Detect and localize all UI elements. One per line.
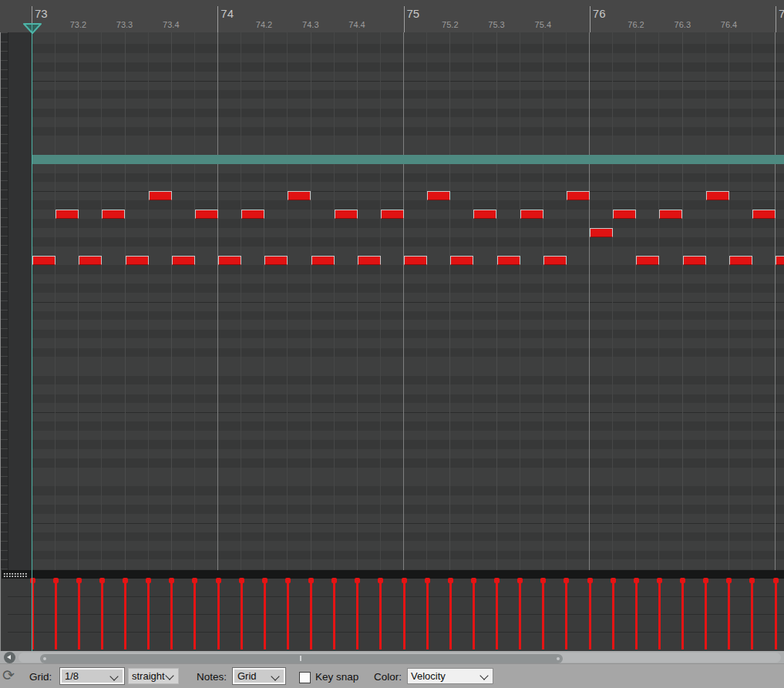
velocity-stem[interactable] [496,582,498,649]
midi-note[interactable] [195,210,218,219]
velocity-stem[interactable] [170,582,173,649]
grid-line [334,32,335,570]
midi-note[interactable] [752,210,776,219]
midi-note[interactable] [288,191,311,200]
velocity-stem[interactable] [193,582,196,649]
velocity-stem[interactable] [542,582,544,649]
midi-note[interactable] [126,256,149,265]
midi-note[interactable] [404,256,427,265]
midi-note[interactable] [79,256,102,265]
midi-note[interactable] [636,256,659,265]
midi-note[interactable] [613,210,636,219]
piano-keys-strip[interactable] [0,32,8,570]
measure-grid-line [403,32,404,570]
midi-note[interactable] [32,256,56,265]
midi-note[interactable] [520,210,543,219]
midi-note[interactable] [218,256,241,265]
grid-line [728,32,729,570]
ruler-measure-tick [776,6,776,32]
ruler-beat-label: 74.2 [256,20,272,29]
midi-note[interactable] [311,256,335,265]
velocity-stem[interactable] [217,582,220,649]
velocity-stem[interactable] [264,582,266,649]
midi-note[interactable] [543,256,567,265]
velocity-stem[interactable] [635,582,638,649]
ruler-measure-label: 76 [593,7,606,20]
color-mode-combobox[interactable]: Velocity [407,668,493,684]
velocity-stem[interactable] [473,582,475,649]
midi-note[interactable] [172,256,195,265]
midi-note[interactable] [590,228,613,237]
midi-note[interactable] [102,210,125,219]
velocity-stem[interactable] [426,582,429,649]
midi-note[interactable] [264,256,288,265]
velocity-stem[interactable] [124,582,126,649]
scrollbar-track[interactable] [19,653,781,663]
velocity-stem[interactable] [565,582,567,649]
midi-note[interactable] [149,191,172,200]
note-length-value: Grid [237,670,257,682]
horizontal-scrollbar[interactable] [0,651,784,663]
velocity-stem[interactable] [241,582,243,649]
ruler-beat-label: 74.3 [302,20,318,29]
grid-line [380,32,381,570]
velocity-stem[interactable] [55,582,57,649]
midi-editor-toolbar: ⟳ Grid: 1/8 straight Notes: Grid Key sna… [0,663,784,688]
velocity-stem[interactable] [775,582,777,649]
velocity-stem[interactable] [519,582,521,649]
midi-note[interactable] [335,210,358,219]
midi-note[interactable] [381,210,404,219]
velocity-lane[interactable] [2,579,784,651]
midi-note[interactable] [776,256,784,265]
velocity-stem[interactable] [658,582,661,649]
ruler-beat-label: 76.3 [675,20,691,29]
black-key-row [0,458,784,468]
midi-note[interactable] [729,256,752,265]
measure-grid-line [589,32,590,570]
velocity-stem[interactable] [681,582,684,649]
velocity-stem[interactable] [589,582,591,649]
midi-note[interactable] [497,256,520,265]
velocity-stem[interactable] [403,582,405,649]
midi-note[interactable] [659,210,682,219]
timeline-ruler[interactable]: 737475767773.273.373.474.274.374.475.275… [0,0,784,32]
ruler-beat-label: 76.4 [721,20,737,29]
cc-lane-resize-grip-icon[interactable] [3,572,28,577]
velocity-stem[interactable] [379,582,382,649]
highlighted-note-row [32,155,784,164]
cc-lane-divider[interactable] [2,570,784,579]
velocity-stem[interactable] [101,582,103,649]
black-key-row [0,284,784,293]
velocity-stem[interactable] [310,582,312,649]
velocity-stem[interactable] [356,582,358,649]
velocity-stem[interactable] [287,582,289,649]
black-key-row [0,394,784,404]
velocity-stem[interactable] [705,582,707,649]
velocity-stem[interactable] [751,582,753,649]
midi-note[interactable] [358,256,381,265]
ruler-beat-label: 75.2 [442,20,458,29]
ruler-beat-label: 74.4 [348,20,365,29]
midi-note[interactable] [567,191,590,200]
midi-note[interactable] [56,210,79,219]
grid-line [311,32,311,570]
midi-note[interactable] [683,256,706,265]
grid-division-combobox[interactable]: 1/8 [60,668,124,684]
velocity-stem[interactable] [449,582,452,649]
velocity-stem[interactable] [333,582,335,649]
midi-note[interactable] [706,191,729,200]
swing-combobox[interactable]: straight [128,668,179,684]
key-snap-checkbox[interactable] [299,672,311,683]
velocity-stem[interactable] [147,582,150,649]
sync-arrows-icon[interactable]: ⟳ [2,666,15,684]
note-length-combobox[interactable]: Grid [233,668,285,684]
velocity-stem[interactable] [78,582,80,649]
midi-note[interactable] [450,256,473,265]
scrollbar-thumb[interactable] [40,654,563,663]
velocity-stem[interactable] [612,582,614,649]
midi-note[interactable] [473,210,496,219]
scroll-left-button[interactable] [4,652,15,663]
velocity-stem[interactable] [728,582,730,649]
midi-note[interactable] [427,191,450,200]
midi-note[interactable] [241,210,264,219]
